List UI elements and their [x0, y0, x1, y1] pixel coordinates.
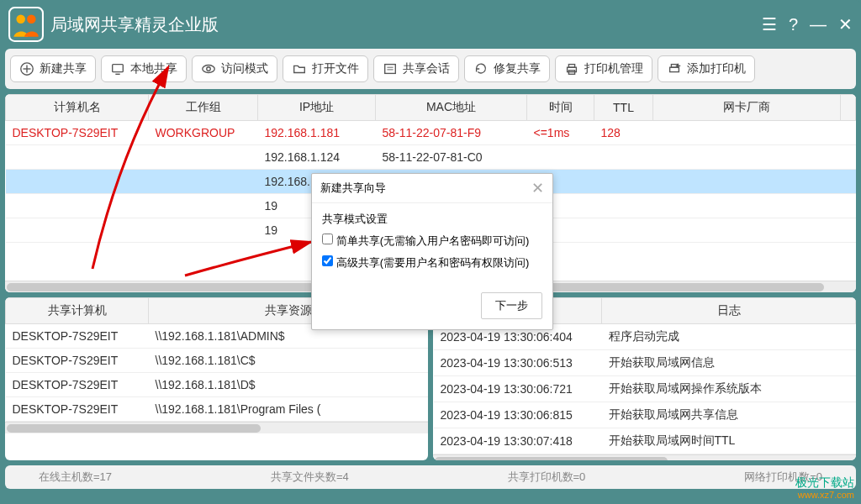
open-file-label: 打开文件 [312, 61, 359, 76]
dialog-title: 新建共享向导 [320, 181, 386, 196]
svg-point-9 [207, 67, 211, 71]
th-log-text[interactable]: 日志 [602, 298, 856, 324]
share-session-button[interactable]: 共享会话 [373, 55, 459, 82]
th-name[interactable]: 计算机名 [6, 95, 149, 121]
advanced-share-label: 高级共享(需要用户名和密码有权限访问) [336, 256, 530, 269]
table-row[interactable]: 2023-04-19 13:30:06:815开始获取局域网共享信息 [434, 402, 856, 428]
close-icon[interactable]: ✕ [838, 14, 853, 34]
th-ip[interactable]: IP地址 [258, 95, 376, 121]
table-row[interactable]: DESKTOP-7S29EIT\\192.168.1.181\D$ [6, 373, 428, 397]
table-row[interactable]: DESKTOP-7S29EIT\\192.168.1.181\Program F… [6, 397, 428, 422]
app-window: 局域网共享精灵企业版 ☰ ? — ✕ 新建共享 本地共享 访问模式 打开文件 共… [0, 0, 861, 504]
dialog-section-label: 共享模式设置 [322, 212, 542, 227]
window-controls: ☰ ? — ✕ [762, 14, 853, 34]
simple-share-checkbox[interactable] [322, 234, 333, 244]
dialog-titlebar: 新建共享向导 ✕ [312, 174, 552, 203]
th-ttl[interactable]: TTL [594, 95, 653, 121]
local-share-label: 本地共享 [130, 61, 177, 76]
share-session-label: 共享会话 [403, 61, 450, 76]
watermark-text: 极光下载站 [795, 475, 854, 490]
shares-hscroll[interactable] [5, 422, 428, 433]
svg-point-1 [16, 14, 25, 24]
svg-point-8 [203, 66, 214, 73]
titlebar: 局域网共享精灵企业版 ☰ ? — ✕ [0, 0, 861, 49]
toolbar: 新建共享 本地共享 访问模式 打开文件 共享会话 修复共享 打印机管理 添加打印… [5, 49, 856, 89]
table-row[interactable]: DESKTOP-7S29EIT\\192.168.1.181\C$ [6, 349, 428, 373]
access-mode-button[interactable]: 访问模式 [192, 55, 277, 82]
printer-manage-label: 打印机管理 [584, 61, 643, 76]
svg-rect-14 [568, 65, 574, 68]
table-row[interactable]: 2023-04-19 13:30:07:418开始获取局域网时间TTL [434, 428, 856, 454]
th-share-host[interactable]: 共享计算机 [6, 298, 149, 324]
new-share-label: 新建共享 [40, 61, 87, 76]
table-row[interactable]: 192.168.1.12458-11-22-07-81-C0 [6, 145, 856, 170]
menu-icon[interactable]: ☰ [762, 14, 777, 34]
repair-share-button[interactable]: 修复共享 [464, 55, 550, 82]
advanced-share-option[interactable]: 高级共享(需要用户名和密码有权限访问) [322, 256, 529, 269]
svg-point-2 [27, 14, 36, 24]
svg-rect-16 [670, 67, 679, 71]
table-row[interactable]: DESKTOP-7S29EITWORKGROUP192.168.1.18158-… [6, 121, 856, 145]
log-hscroll[interactable] [433, 454, 856, 460]
app-title: 局域网共享精灵企业版 [50, 13, 762, 36]
th-time[interactable]: 时间 [527, 95, 594, 121]
printer-manage-button[interactable]: 打印机管理 [555, 55, 652, 82]
repair-share-label: 修复共享 [494, 61, 541, 76]
help-icon[interactable]: ? [789, 15, 798, 34]
watermark-url: www.xz7.com [798, 490, 854, 501]
simple-share-option[interactable]: 简单共享(无需输入用户名密码即可访问) [322, 234, 529, 247]
th-vendor[interactable]: 网卡厂商 [653, 95, 841, 121]
access-mode-label: 访问模式 [221, 61, 268, 76]
svg-rect-6 [113, 65, 124, 72]
status-printers: 共享打印机数=0 [508, 470, 586, 485]
minimize-icon[interactable]: — [810, 15, 827, 34]
local-share-button[interactable]: 本地共享 [101, 55, 187, 82]
next-button[interactable]: 下一步 [481, 292, 542, 319]
app-logo-icon [8, 7, 44, 42]
statusbar: 在线主机数=17 共享文件夹数=4 共享打印机数=0 网络打印机数=0 [5, 465, 856, 489]
open-file-button[interactable]: 打开文件 [283, 55, 368, 82]
table-row[interactable]: 2023-04-19 13:30:06:513开始获取局域网信息 [434, 350, 856, 376]
status-online: 在线主机数=17 [39, 470, 112, 485]
new-share-wizard-dialog: 新建共享向导 ✕ 共享模式设置 简单共享(无需输入用户名密码即可访问) 高级共享… [311, 173, 553, 330]
svg-rect-10 [385, 65, 396, 74]
th-mac[interactable]: MAC地址 [376, 95, 527, 121]
th-workgroup[interactable]: 工作组 [149, 95, 258, 121]
add-printer-label: 添加打印机 [687, 61, 746, 76]
new-share-button[interactable]: 新建共享 [10, 55, 96, 82]
add-printer-button[interactable]: 添加打印机 [658, 55, 755, 82]
watermark: 极光下载站 www.xz7.com [795, 475, 854, 501]
dialog-close-icon[interactable]: ✕ [531, 179, 544, 197]
th-scroll [841, 95, 856, 121]
advanced-share-checkbox[interactable] [322, 255, 333, 266]
simple-share-label: 简单共享(无需输入用户名密码即可访问) [336, 234, 530, 247]
status-folders: 共享文件夹数=4 [271, 470, 349, 485]
table-row[interactable]: 2023-04-19 13:30:06:721开始获取局域网操作系统版本 [434, 376, 856, 402]
